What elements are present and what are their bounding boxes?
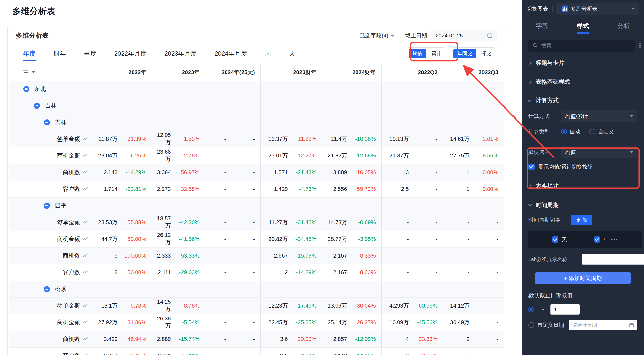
period-second-checkbox[interactable] <box>594 236 600 243</box>
table-row-metric: 签单金额13.1万5.78%14.25万8.78%--12.23万-17.45%… <box>9 298 504 314</box>
more-periods-icon[interactable] <box>611 239 617 240</box>
section-table-base-style[interactable]: 表格基础样式 <box>522 72 644 91</box>
row-dimension-header[interactable] <box>9 64 91 81</box>
data-cell <box>443 198 504 214</box>
line-chart-icon[interactable] <box>83 170 88 175</box>
selected-fields-dropdown[interactable]: 已选字段(4) <box>359 32 394 39</box>
default-selected-select[interactable]: 均值 <box>561 146 638 158</box>
line-chart-icon[interactable] <box>83 186 88 191</box>
tab-天[interactable]: 天 <box>289 43 295 64</box>
calc-method-row: 计算方式 均值/累计 <box>522 110 644 122</box>
update-button[interactable]: 更 新 <box>571 215 592 225</box>
collapse-icon[interactable] <box>23 86 29 92</box>
tab-2022年月度[interactable]: 2022年月度 <box>114 43 146 64</box>
chart-type-select[interactable]: 多维分析表 <box>557 3 639 15</box>
data-cell <box>261 281 322 297</box>
avg-cumulative-toggle: 均值累计 <box>407 47 445 60</box>
analysis-card: 多维分析表 已选字段(4) 截止日期 2024-01-25 年度财年季度2022… <box>7 24 510 355</box>
t-minus-row: T - <box>522 304 644 315</box>
column-header[interactable]: 2024财年 <box>322 64 382 81</box>
table-row-metric: 客户数350.00%2.111-29.63%--2-14.29%2.1678.3… <box>9 264 504 281</box>
chevron-down-icon <box>528 98 532 102</box>
t-minus-input[interactable] <box>550 304 580 315</box>
data-cell: 3.36456.97% <box>152 164 205 181</box>
data-cell: -- <box>205 147 261 164</box>
data-cell: 13.37万11.22% <box>261 131 322 147</box>
column-header[interactable]: 2023年 <box>152 64 205 81</box>
time-switch-row: 时间周期切换 更 新 <box>522 215 644 225</box>
column-header[interactable]: 2023财年 <box>261 64 322 81</box>
section-header-style[interactable]: 表头样式 <box>522 177 644 196</box>
more-options-icon[interactable] <box>639 43 641 48</box>
data-cell: 25.14万26.27% <box>322 314 382 331</box>
collapse-icon[interactable] <box>44 203 50 209</box>
search-input[interactable] <box>541 43 631 49</box>
column-header[interactable]: 2024年(25天) <box>205 64 261 81</box>
hierarchy-icon <box>22 70 28 75</box>
section-title-card[interactable]: 标题与卡片 <box>522 53 644 72</box>
chevron-down-icon <box>32 71 35 73</box>
collapse-icon[interactable] <box>44 286 50 292</box>
chevron-down-icon <box>631 8 635 10</box>
line-chart-icon[interactable] <box>83 353 88 355</box>
line-chart-icon[interactable] <box>83 270 88 275</box>
data-cell: -- <box>382 264 443 281</box>
toggle-option-环比[interactable]: 环比 <box>477 48 495 60</box>
tab-周[interactable]: 周 <box>265 43 271 64</box>
toggle-option-累计[interactable]: 累计 <box>427 48 445 60</box>
column-header[interactable]: 2022Q2 <box>382 64 443 81</box>
data-cell: -- <box>205 231 261 247</box>
data-cell <box>91 114 152 131</box>
search-box[interactable] <box>528 40 635 52</box>
radio-custom-date[interactable] <box>528 322 534 328</box>
group-label: 东北 <box>34 85 46 93</box>
line-chart-icon[interactable] <box>83 303 88 308</box>
data-cell: -- <box>205 131 261 147</box>
line-chart-icon[interactable] <box>83 337 88 341</box>
metric-label: 商机金额 <box>57 152 80 160</box>
data-cell: 26.38万-5.54% <box>152 314 205 331</box>
line-chart-icon[interactable] <box>83 220 88 225</box>
data-cell: 20.82万-34.45% <box>261 231 322 247</box>
data-cell: 3.42946.94% <box>91 331 152 347</box>
tab-2024年月度[interactable]: 2024年月度 <box>215 43 247 64</box>
deadline-date-input[interactable]: 2024-01-25 <box>431 30 497 41</box>
search-icon <box>532 43 538 48</box>
add-time-period-button[interactable]: + 添加时间周期 <box>535 272 631 284</box>
card-header: 多维分析表 已选字段(4) 截止日期 2024-01-25 <box>8 24 510 43</box>
tab-analysis[interactable]: 分析 <box>603 17 644 34</box>
line-chart-icon[interactable] <box>83 136 88 141</box>
show-toggle-checkbox[interactable] <box>528 164 535 170</box>
tab-group-name-input[interactable] <box>582 254 644 265</box>
toggle-option-年同比[interactable]: 年同比 <box>453 49 476 58</box>
toggle-option-均值[interactable]: 均值 <box>409 49 426 58</box>
line-chart-icon[interactable] <box>83 320 88 325</box>
column-header[interactable]: 2022Q3 <box>443 64 504 81</box>
column-header[interactable]: 2022年 <box>91 64 152 81</box>
tab-fields[interactable]: 字段 <box>522 17 562 34</box>
line-chart-icon[interactable] <box>83 153 88 158</box>
tab-年度[interactable]: 年度 <box>23 43 36 64</box>
data-cell <box>205 97 261 114</box>
data-cell: -- <box>205 314 261 331</box>
period-day-checkbox[interactable] <box>552 236 558 243</box>
radio-t-minus[interactable] <box>528 307 534 312</box>
tab-季度[interactable]: 季度 <box>84 43 96 64</box>
tab-2023年月度[interactable]: 2023年月度 <box>165 43 197 64</box>
section-time-period[interactable]: 时间周期 <box>522 196 644 215</box>
data-cell: 27.01万12.27% <box>261 147 322 164</box>
collapse-icon[interactable] <box>44 119 50 125</box>
line-chart-icon[interactable] <box>83 253 88 258</box>
tab-财年[interactable]: 财年 <box>54 43 66 64</box>
chevron-right-icon <box>528 80 532 84</box>
custom-date-input[interactable]: 请选择日期 <box>569 320 637 330</box>
line-chart-icon[interactable] <box>83 236 88 241</box>
collapse-icon[interactable] <box>34 103 40 109</box>
radio-custom[interactable]: 自定义 <box>589 128 614 135</box>
section-calc-method[interactable]: 计算方式 <box>522 91 644 110</box>
data-cell: 2.111-29.63% <box>152 264 205 281</box>
calc-method-select[interactable]: 均值/累计 <box>561 110 638 122</box>
calc-type-row: 计算类型 自动 自定义 <box>522 128 644 135</box>
tab-style[interactable]: 样式 <box>562 17 603 34</box>
radio-auto[interactable]: 自动 <box>561 128 580 135</box>
